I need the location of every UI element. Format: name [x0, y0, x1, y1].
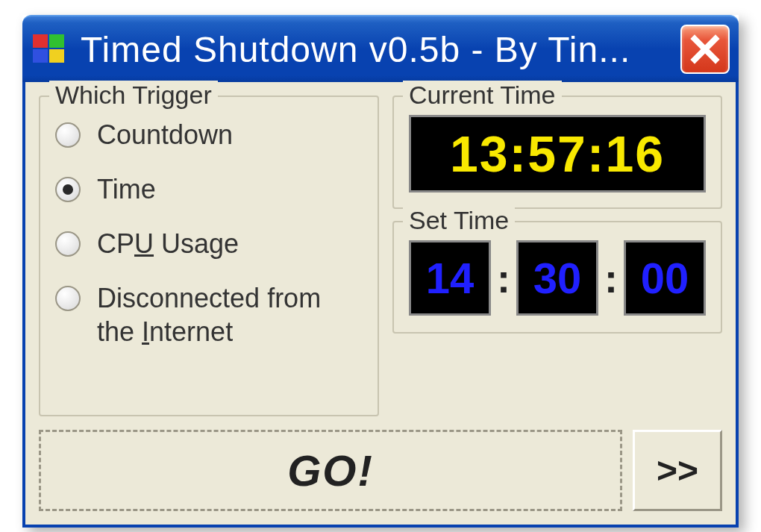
window-body: Which Trigger Countdown Time CPU Usage	[22, 82, 739, 528]
set-time-inputs: 14 : 30 : 00	[409, 240, 706, 316]
current-time-display: 13:57:16	[409, 115, 706, 193]
radio-countdown-label: Countdown	[97, 118, 233, 151]
close-icon	[689, 33, 721, 66]
close-button[interactable]	[680, 25, 730, 74]
set-time-legend: Set Time	[403, 206, 515, 235]
set-time-minutes[interactable]: 30	[516, 240, 598, 316]
radio-time[interactable]: Time	[55, 172, 363, 206]
svg-rect-2	[33, 49, 48, 63]
radio-disconnected[interactable]: Disconnected from the Internet	[55, 281, 363, 348]
window-title: Timed Shutdown v0.5b - By Tin...	[81, 29, 680, 70]
set-time-groupbox: Set Time 14 : 30 : 00	[392, 221, 722, 334]
radio-countdown[interactable]: Countdown	[55, 118, 363, 151]
svg-rect-0	[33, 34, 48, 48]
current-time-groupbox: Current Time 13:57:16	[392, 96, 722, 209]
time-colon: :	[495, 255, 512, 301]
svg-rect-3	[49, 49, 64, 63]
radio-icon	[55, 177, 81, 202]
time-colon: :	[603, 255, 619, 301]
radio-icon	[55, 122, 81, 148]
svg-rect-1	[49, 34, 64, 48]
radio-cpu-label: CPU Usage	[97, 227, 239, 260]
app-icon	[31, 31, 67, 67]
go-button[interactable]: GO!	[39, 430, 622, 511]
current-time-legend: Current Time	[403, 81, 562, 110]
trigger-groupbox: Which Trigger Countdown Time CPU Usage	[39, 96, 379, 416]
app-window: Timed Shutdown v0.5b - By Tin... Which T…	[22, 15, 739, 528]
set-time-seconds[interactable]: 00	[624, 240, 706, 316]
radio-time-label: Time	[97, 172, 156, 206]
radio-disconnected-label: Disconnected from the Internet	[97, 281, 363, 348]
radio-icon	[55, 231, 81, 257]
trigger-legend: Which Trigger	[49, 81, 218, 110]
titlebar[interactable]: Timed Shutdown v0.5b - By Tin...	[22, 15, 739, 82]
set-time-hours[interactable]: 14	[409, 240, 491, 316]
radio-icon	[55, 286, 81, 311]
expand-button[interactable]: >>	[633, 430, 722, 511]
radio-cpu-usage[interactable]: CPU Usage	[55, 227, 363, 260]
